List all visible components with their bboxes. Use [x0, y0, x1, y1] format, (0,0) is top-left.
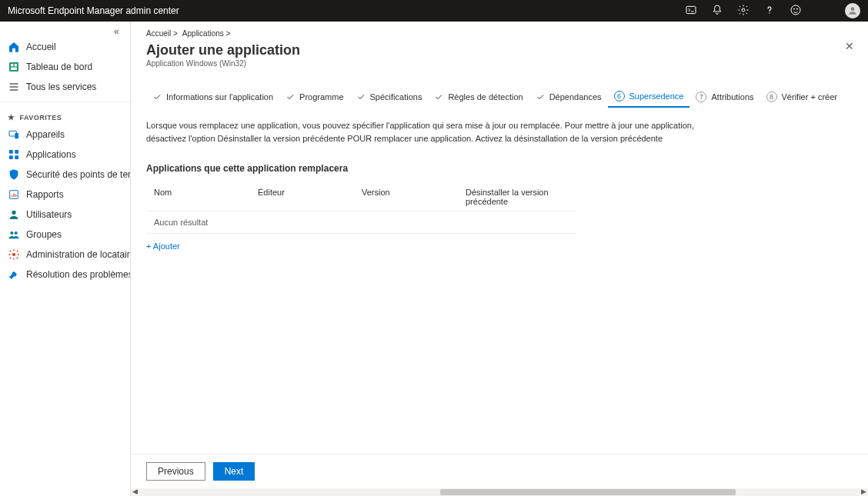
- nav-endpoint-security[interactable]: Sécurité des points de terminaison: [0, 165, 130, 185]
- check-icon: [285, 92, 295, 102]
- account-avatar[interactable]: [845, 3, 860, 18]
- check-icon: [152, 92, 162, 102]
- list-icon: [8, 81, 20, 93]
- help-icon[interactable]: [763, 4, 776, 18]
- home-icon: [8, 41, 20, 53]
- table-no-result: Aucun résultat: [146, 211, 577, 234]
- top-bar: Microsoft Endpoint Manager admin center: [0, 0, 868, 22]
- nav-devices[interactable]: Appareils: [0, 125, 130, 145]
- user-icon: [8, 208, 20, 221]
- notifications-icon[interactable]: [711, 4, 723, 18]
- nav-tenant-admin-label: Administration de locataire: [26, 249, 131, 260]
- wizard-step-review[interactable]: 8 Vérifier + créer: [760, 87, 843, 107]
- check-icon: [536, 92, 545, 102]
- nav-home[interactable]: Accueil: [0, 37, 130, 57]
- svg-point-4: [796, 8, 797, 9]
- devices-icon: [8, 128, 20, 141]
- svg-point-5: [851, 7, 855, 11]
- col-name: Nom: [154, 188, 258, 206]
- wrench-icon: [8, 268, 20, 281]
- previous-button[interactable]: Previous: [146, 462, 205, 481]
- col-publisher: Éditeur: [258, 188, 362, 206]
- wizard-step-detection[interactable]: Règles de détection: [428, 88, 529, 106]
- svg-rect-13: [15, 150, 18, 154]
- nav-endpoint-security-label: Sécurité des points de terminaison: [26, 169, 131, 180]
- svg-rect-0: [686, 6, 696, 13]
- nav-all-services[interactable]: Tous les services: [0, 77, 130, 97]
- app-title: Microsoft Endpoint Manager admin center: [8, 5, 179, 16]
- nav-home-label: Accueil: [26, 42, 56, 52]
- page-subtitle: Application Windows (Win32): [146, 59, 853, 68]
- svg-rect-7: [11, 64, 13, 66]
- wizard-step-requirements[interactable]: Spécifications: [350, 88, 429, 106]
- scroll-left-icon[interactable]: ◀: [132, 488, 138, 495]
- wizard-tabs: Informations sur l'application Programme…: [146, 86, 853, 108]
- apps-icon: [8, 148, 20, 161]
- breadcrumb-apps[interactable]: Applications >: [182, 29, 231, 38]
- next-button[interactable]: Next: [213, 462, 255, 481]
- nav-devices-label: Appareils: [26, 129, 65, 140]
- cloud-shell-icon[interactable]: [685, 4, 697, 18]
- nav-reports-label: Rapports: [26, 189, 64, 200]
- svg-point-18: [10, 231, 13, 235]
- svg-rect-11: [15, 133, 18, 138]
- gear-icon: [8, 248, 20, 261]
- nav-all-services-label: Tous les services: [26, 82, 96, 92]
- wizard-step-assignments[interactable]: 7 Attributions: [689, 87, 760, 107]
- nav-users-label: Utilisateurs: [26, 209, 72, 220]
- star-icon: ★: [8, 113, 15, 122]
- description-text: Lorsque vous remplacez une application, …: [146, 119, 700, 145]
- nav-tenant-admin[interactable]: Administration de locataire: [0, 245, 130, 265]
- nav-apps-label: Applications: [26, 149, 76, 160]
- sidebar-collapse-icon[interactable]: «: [114, 26, 119, 37]
- sidebar: Accueil Tableau de bord Tous les service…: [0, 22, 131, 496]
- nav-groups-label: Groupes: [26, 229, 62, 240]
- dashboard-icon: [8, 61, 20, 73]
- wizard-step-supersedence[interactable]: 6 Supersedence: [608, 86, 690, 108]
- shield-icon: [8, 168, 20, 181]
- svg-rect-15: [15, 155, 18, 159]
- reports-icon: [8, 188, 20, 201]
- wizard-step-program[interactable]: Programme: [279, 88, 349, 106]
- nav-dashboard-label: Tableau de bord: [26, 62, 92, 72]
- col-version: Version: [362, 188, 466, 206]
- check-icon: [356, 92, 366, 102]
- col-uninstall: Désinstaller la version précédente: [466, 188, 569, 206]
- nav-troubleshoot[interactable]: Résolution des problèmes + support: [0, 265, 130, 285]
- groups-icon: [8, 228, 20, 241]
- nav-dashboard[interactable]: Tableau de bord: [0, 57, 130, 77]
- section-title: Applications que cette application rempl…: [146, 163, 853, 174]
- svg-rect-9: [11, 68, 17, 70]
- nav-users[interactable]: Utilisateurs: [0, 205, 130, 225]
- svg-rect-14: [9, 155, 13, 159]
- nav-groups[interactable]: Groupes: [0, 225, 130, 245]
- wizard-step-app-info[interactable]: Informations sur l'application: [146, 88, 279, 106]
- svg-point-17: [12, 211, 15, 215]
- feedback-icon[interactable]: [790, 4, 802, 18]
- page-title: Ajouter une application: [146, 42, 853, 58]
- scroll-right-icon[interactable]: ▶: [861, 488, 866, 495]
- nav-reports[interactable]: Rapports: [0, 185, 130, 205]
- supersedence-table: Nom Éditeur Version Désinstaller la vers…: [146, 183, 577, 234]
- svg-point-2: [791, 5, 800, 15]
- svg-rect-6: [9, 62, 18, 72]
- svg-point-19: [15, 231, 18, 235]
- svg-point-3: [793, 8, 794, 9]
- settings-icon[interactable]: [737, 4, 749, 18]
- svg-point-1: [742, 8, 745, 12]
- svg-rect-8: [15, 64, 17, 66]
- nav-apps[interactable]: Applications: [0, 145, 130, 165]
- scrollbar-thumb[interactable]: [440, 489, 735, 495]
- svg-point-20: [12, 253, 15, 256]
- breadcrumb-home[interactable]: Accueil >: [146, 29, 178, 38]
- check-icon: [434, 92, 443, 102]
- wizard-step-dependencies[interactable]: Dépendances: [529, 88, 608, 106]
- wizard-footer: Previous Next: [131, 454, 868, 488]
- add-app-link[interactable]: + Ajouter: [146, 241, 180, 251]
- breadcrumb: Accueil > Applications >: [146, 29, 853, 38]
- content-area: ✕ Accueil > Applications > Ajouter une a…: [131, 22, 868, 496]
- close-blade-icon[interactable]: ✕: [845, 40, 854, 52]
- nav-troubleshoot-label: Résolution des problèmes + support: [26, 269, 131, 280]
- favorites-header: ★ FAVORITES: [0, 107, 130, 125]
- horizontal-scrollbar[interactable]: ◀ ▶: [131, 488, 868, 496]
